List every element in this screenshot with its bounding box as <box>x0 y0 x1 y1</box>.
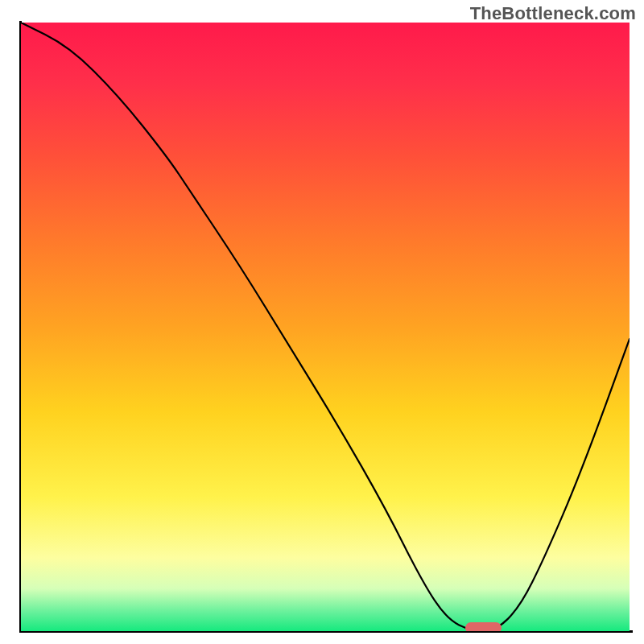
chart-container: TheBottleneck.com <box>0 0 644 644</box>
optimal-marker <box>465 622 502 631</box>
watermark-text: TheBottleneck.com <box>470 3 636 24</box>
plot-area <box>21 23 630 631</box>
gradient-background <box>21 23 630 631</box>
